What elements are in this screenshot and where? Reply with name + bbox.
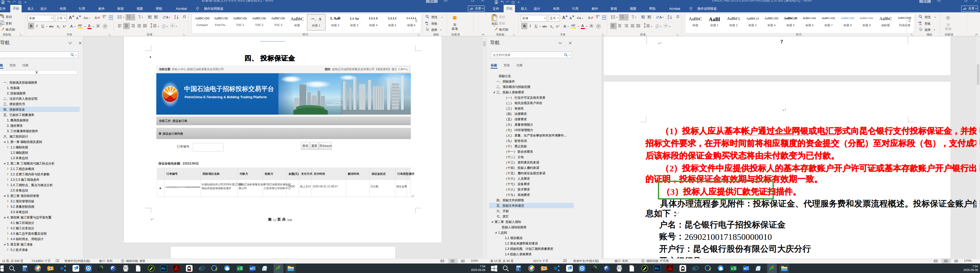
svg-text:x: x xyxy=(566,259,566,261)
svg-text:Ps: Ps xyxy=(161,267,165,270)
svg-text:ac: ac xyxy=(920,23,922,26)
svg-text:X: X xyxy=(237,267,240,270)
svg-text:W: W xyxy=(250,267,253,270)
svg-text:x: x xyxy=(58,259,59,261)
svg-text:Ps: Ps xyxy=(655,267,659,270)
svg-text:ac: ac xyxy=(426,23,428,26)
svg-text:X: X xyxy=(731,267,733,270)
svg-text:W: W xyxy=(743,267,746,270)
